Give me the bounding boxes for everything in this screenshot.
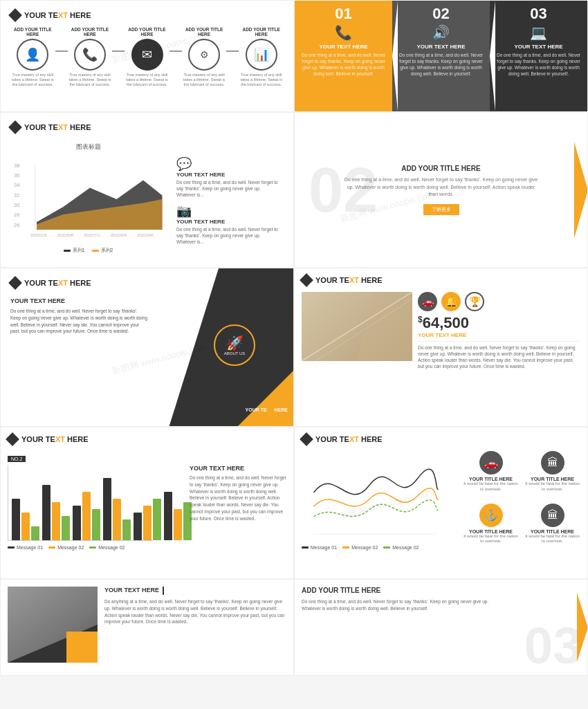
slide-title: ADD YOUR TITLE HERE [401, 165, 480, 172]
bar-green-5 [153, 499, 161, 540]
bubble-item-1: ADD YOUR TITLE HERE 👤 True mastery of an… [10, 27, 55, 87]
bubble-icon-1: 👤 [17, 39, 48, 71]
about-icon: 🚀 [226, 335, 244, 351]
price-text: 🚗 🔔 🏆 $64,500 YOUR TEXT HERE Do one thin… [418, 292, 580, 369]
section3-title: YOUR TEXT HERE [10, 122, 284, 132]
svg-text:30: 30 [14, 202, 20, 208]
card-01: 01 📞 YOUR TEXT HERE Do one thing at a ti… [295, 1, 392, 111]
bar-group-4 [103, 478, 131, 540]
svg-text:36: 36 [14, 172, 20, 178]
arrow-right-03 [577, 593, 588, 662]
section7-title-text: YOUR TEXT HERE [21, 435, 89, 443]
price-icon-2: 🔔 [441, 292, 461, 311]
bottom-text: YOUR TEXT HERE Do anything at a time, an… [104, 587, 286, 625]
card-03-icon: 💻 [495, 24, 582, 41]
bar-dark-4 [103, 478, 111, 540]
card-01-title: YOUR TEXT HERE [300, 44, 387, 50]
bar-chart-left: NO.2 [8, 451, 183, 550]
bubble-icon-5: 📊 [246, 39, 277, 71]
section-bottom-left: YOUR TEXT HERE Do anything at a time, an… [0, 579, 294, 676]
price-icon-3: 🏆 [465, 292, 484, 311]
svg-text:2022/7/1: 2022/7/1 [84, 233, 100, 237]
card-02-text: Do one thing at a time, and do well. Nev… [398, 52, 484, 77]
legend-dot-2 [92, 250, 99, 252]
bar-chart-container: NO.2 [8, 451, 286, 550]
bg-number-03: 03 [524, 620, 582, 672]
legend-1: 系列1 [64, 247, 85, 254]
text-item-2-icon: 📷 [176, 203, 280, 219]
cursor-indicator [163, 587, 164, 595]
section-dark-shape: YOUR TEXT HERE 🚀 ABOUT US YOUR TEXT HERE… [0, 268, 294, 427]
chart-area: 38 36 34 32 30 28 26 2022/1/5 2022/5/8 [14, 154, 166, 244]
section6-title-text: YOUR TEXT HERE [315, 276, 383, 284]
property-image [302, 292, 412, 361]
line-chart-area: Message 01 Message 02 Message 02 [302, 451, 450, 550]
svg-text:32: 32 [14, 192, 20, 199]
text-item-2-body: Do one thing at a time, and do well. Nev… [176, 226, 280, 245]
bar-dark-2 [42, 485, 50, 540]
slide-arrow [574, 142, 588, 239]
line-chart-svg [302, 451, 450, 541]
bar-group-1 [12, 499, 39, 540]
price-icons-row: 🚗 🔔 🏆 [418, 292, 580, 311]
card-03-title: YOUR TEXT HERE [495, 44, 582, 50]
cards-row: 01 📞 YOUR TEXT HERE Do one thing at a ti… [295, 1, 587, 111]
card-01-icon: 📞 [300, 24, 387, 41]
line-legend-dot-3 [383, 546, 390, 549]
svg-text:2022/5/8: 2022/5/8 [57, 233, 74, 237]
card-01-text: Do one thing at a time, and do well. Nev… [300, 52, 387, 77]
line-legend-dot-2 [342, 546, 349, 549]
bar-green-2 [62, 516, 70, 540]
icon-body-4: It would be fatal for the nation to over… [525, 534, 580, 545]
svg-text:26: 26 [14, 222, 20, 228]
section5-dark-text: YOUR TEXT HERE [246, 407, 288, 412]
title-diamond-8 [300, 432, 313, 446]
line-legend: Message 01 Message 02 Message 02 [302, 545, 450, 550]
card-02-num: 02 [398, 6, 484, 21]
bar-group-6 [164, 492, 192, 540]
icons-grid: 🚗 YOUR TITLE HERE It would be fatal for … [463, 451, 580, 550]
chart-text-items: 💬 YOUR TEXT HERE Do one thing at a time,… [176, 142, 280, 251]
card-02-title: YOUR TEXT HERE [398, 44, 484, 50]
bubble-icon-2: 📞 [74, 39, 106, 71]
bar-dark-6 [164, 492, 172, 540]
bottom-body: Do anything at a time, and do well. Neve… [104, 598, 286, 625]
line-chart-container: Message 01 Message 02 Message 02 🚗 [302, 451, 580, 550]
section7-title: YOUR TEXT HERE [8, 434, 286, 444]
card-02-icon: 🔊 [398, 24, 484, 41]
line-legend-3: Message 02 [383, 545, 419, 550]
bar-green-1 [31, 526, 39, 540]
section6-title: YOUR TEXT HERE [302, 275, 580, 285]
bottom-right-title: ADD YOUR TITLE HERE [302, 587, 580, 594]
section-bottom-right: 03 ADD YOUR TITLE HERE Do one thing at a… [294, 579, 588, 676]
section-line-chart: YOUR TEXT HERE Message 01 [294, 427, 588, 579]
bar-text-title: YOUR TEXT HERE [190, 465, 286, 472]
bar-dark-3 [73, 506, 81, 540]
title-diamond-7 [6, 432, 19, 446]
text-item-1-icon: 💬 [176, 156, 280, 172]
bar-legend: Message 01 Message 02 Message 02 [8, 545, 183, 550]
bottom-right-content: ADD YOUR TITLE HERE Do one thing at a ti… [302, 587, 580, 612]
section-numbered-cards: 01 📞 YOUR TEXT HERE Do one thing at a ti… [294, 0, 588, 112]
bottom-right-body: Do one thing at a time, and do well. Nev… [302, 598, 495, 612]
section5-body: Do one thing at a time, and do well. Nev… [10, 308, 149, 335]
bubble-item-2: ADD YOUR TITLE HERE 📞 True mastery of an… [68, 27, 113, 87]
card-01-num: 01 [300, 6, 387, 21]
chart-legend: 系列1 系列2 [14, 247, 163, 254]
svg-text:2022/1/5: 2022/1/5 [30, 233, 47, 237]
icon-body-1: It would be fatal for the nation to over… [463, 481, 519, 492]
bubble-icon-4: ⚙ [188, 39, 220, 71]
bar-legend-2: Message 02 [48, 545, 84, 550]
icon-item-4: 🏛 YOUR TITLE HERE It would be fatal for … [524, 504, 580, 551]
bar-yellow-3 [82, 492, 91, 540]
bar-group-3 [73, 492, 100, 540]
section-slide-02: 02 ADD YOUR TITLE HERE Do one thing at a… [294, 112, 588, 268]
title-diamond-5 [8, 276, 22, 290]
card-02-notch [490, 1, 495, 111]
bar-text-body: Do one thing at a time, and do well. Nev… [190, 475, 286, 522]
icon-body-2: It would be fatal for the nation to over… [525, 481, 580, 492]
text-item-1: 💬 YOUR TEXT HERE Do one thing at a time,… [176, 156, 280, 198]
price-icon-1: 🚗 [418, 292, 437, 311]
slide-btn[interactable]: 了解更多 [423, 204, 459, 215]
section8-title-text: YOUR TEXT HERE [315, 435, 383, 443]
